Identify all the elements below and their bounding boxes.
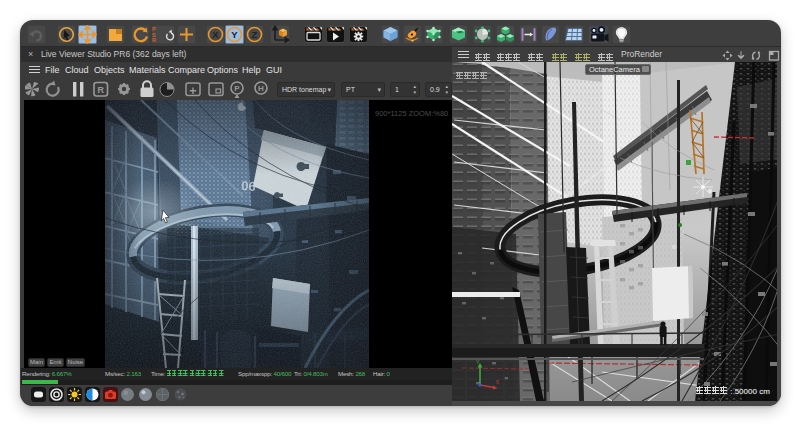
svg-text:Z: Z bbox=[252, 29, 258, 40]
svg-text:H: H bbox=[258, 84, 264, 93]
svg-text:Y: Y bbox=[231, 29, 238, 40]
svg-text:Y: Y bbox=[476, 359, 480, 365]
svg-text:P: P bbox=[234, 84, 240, 93]
svg-text:X: X bbox=[496, 379, 500, 385]
svg-text:R: R bbox=[152, 37, 156, 43]
svg-text:X: X bbox=[212, 29, 219, 40]
svg-text:R: R bbox=[97, 85, 104, 95]
